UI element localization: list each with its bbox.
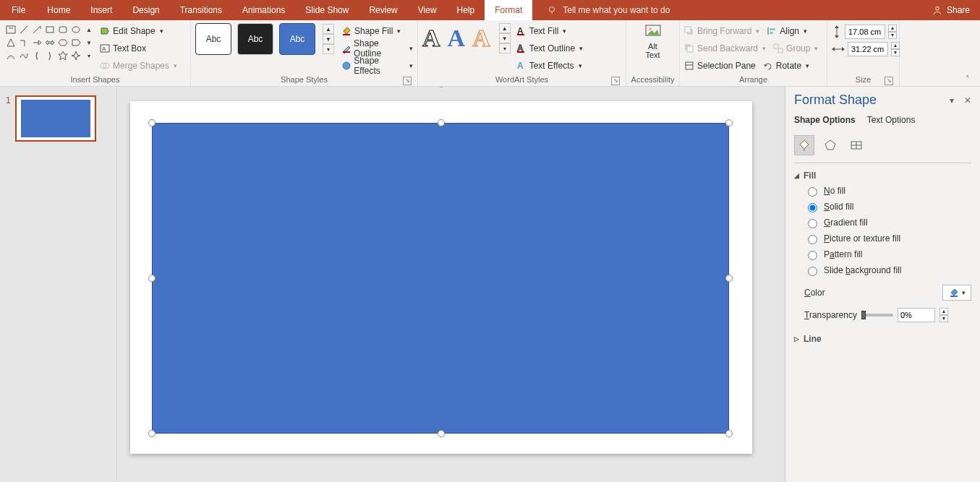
width-up-icon[interactable]: ▲ bbox=[891, 42, 900, 49]
wordart-launcher[interactable]: ↘ bbox=[611, 77, 620, 85]
handle-sw[interactable] bbox=[148, 430, 155, 437]
share-button[interactable]: Share bbox=[932, 5, 970, 15]
slidebg-fill-radio[interactable]: Slide background fill bbox=[804, 264, 971, 276]
shape-oval-icon[interactable] bbox=[69, 23, 82, 36]
size-launcher[interactable]: ↘ bbox=[885, 77, 893, 85]
slide-thumbnail-1[interactable] bbox=[15, 95, 96, 142]
shape-star-icon[interactable] bbox=[56, 49, 69, 62]
picture-fill-radio[interactable]: Picture or texture fill bbox=[804, 233, 971, 244]
shape-triangle-icon[interactable] bbox=[4, 36, 17, 49]
text-outline-button[interactable]: AText Outline▾ bbox=[516, 40, 583, 56]
no-fill-radio[interactable]: No fill bbox=[804, 185, 971, 197]
shape-lline-icon[interactable] bbox=[30, 23, 43, 36]
tab-design[interactable]: Design bbox=[122, 0, 169, 20]
align-button[interactable]: Align▾ bbox=[767, 23, 807, 39]
style-preset-3[interactable]: Abc bbox=[279, 23, 315, 55]
shape-elbow-icon[interactable] bbox=[17, 36, 30, 49]
shape-more-down-icon[interactable]: ▼ bbox=[82, 36, 95, 49]
shapes-gallery[interactable]: ▲ ▼ { } ▾ bbox=[4, 23, 95, 62]
gallery-more-icon[interactable]: ▾ bbox=[323, 44, 334, 54]
shape-fill-button[interactable]: Shape Fill▾ bbox=[341, 23, 413, 39]
selection-pane-button[interactable]: Selection Pane bbox=[684, 58, 756, 74]
alt-text-button[interactable]: Alt Text bbox=[635, 23, 671, 59]
edit-shape-button[interactable]: Edit Shape▾ bbox=[100, 23, 177, 39]
height-input[interactable] bbox=[845, 25, 885, 39]
pattern-fill-radio[interactable]: Pattern fill bbox=[804, 249, 971, 260]
shape-curve-icon[interactable] bbox=[17, 49, 30, 62]
send-backward-button[interactable]: Send Backward▾ bbox=[684, 40, 766, 56]
bring-forward-button[interactable]: Bring Forward▾ bbox=[684, 23, 759, 39]
wordart-preset-3[interactable]: A bbox=[472, 26, 490, 51]
selected-rectangle[interactable] bbox=[152, 123, 729, 434]
handle-ne[interactable] bbox=[725, 119, 733, 126]
tab-insert[interactable]: Insert bbox=[80, 0, 122, 20]
handle-s[interactable] bbox=[438, 430, 445, 437]
shape-more-up-icon[interactable]: ▲ bbox=[82, 23, 95, 36]
text-fill-button[interactable]: AText Fill▾ bbox=[516, 23, 583, 39]
tab-view[interactable]: View bbox=[408, 0, 447, 20]
group-button[interactable]: Group▾ bbox=[773, 40, 818, 56]
pane-close-icon[interactable]: ✕ bbox=[964, 95, 971, 106]
wa-gallery-up-icon[interactable]: ▲ bbox=[499, 23, 511, 33]
tell-me[interactable]: Tell me what you want to do bbox=[547, 5, 670, 15]
transparency-slider[interactable] bbox=[861, 314, 893, 317]
shape-arrow-icon[interactable] bbox=[30, 36, 43, 49]
shape-outline-button[interactable]: Shape Outline▾ bbox=[341, 40, 413, 56]
shape-arc-icon[interactable] bbox=[4, 49, 17, 62]
shape-pent-icon[interactable] bbox=[69, 36, 82, 49]
transparency-input[interactable] bbox=[898, 308, 935, 322]
height-down-icon[interactable]: ▼ bbox=[888, 32, 897, 39]
gallery-down-icon[interactable]: ▼ bbox=[323, 34, 334, 44]
fill-section-head[interactable]: ◢Fill bbox=[794, 171, 971, 181]
rotate-button[interactable]: Rotate▾ bbox=[763, 58, 809, 74]
text-effects-button[interactable]: AText Effects▾ bbox=[516, 58, 583, 74]
shape-styles-launcher[interactable]: ↘ bbox=[403, 77, 412, 85]
width-input[interactable] bbox=[848, 42, 888, 56]
tab-help[interactable]: Help bbox=[447, 0, 485, 20]
tab-home[interactable]: Home bbox=[37, 0, 80, 20]
gallery-up-icon[interactable]: ▲ bbox=[323, 24, 334, 34]
tab-review[interactable]: Review bbox=[359, 0, 407, 20]
handle-n[interactable] bbox=[438, 119, 445, 126]
style-preset-2[interactable]: Abc bbox=[237, 23, 273, 55]
slide-canvas[interactable] bbox=[117, 87, 785, 482]
shape-lbrace-icon[interactable]: { bbox=[30, 49, 43, 62]
merge-shapes-button[interactable]: Merge Shapes▾ bbox=[100, 58, 177, 74]
fill-line-category-icon[interactable] bbox=[794, 135, 814, 155]
shape-rbrace-icon[interactable]: } bbox=[43, 49, 56, 62]
collapse-ribbon-icon[interactable]: ˄ bbox=[966, 74, 976, 85]
trans-down-icon[interactable]: ▼ bbox=[939, 315, 948, 322]
shape-rect-icon[interactable] bbox=[43, 23, 56, 36]
shape-effects-button[interactable]: Shape Effects▾ bbox=[341, 58, 413, 74]
shape-options-tab[interactable]: Shape Options bbox=[794, 115, 856, 128]
shape-4star-icon[interactable] bbox=[69, 49, 82, 62]
shape-textbox-icon[interactable] bbox=[4, 23, 17, 36]
tab-slideshow[interactable]: Slide Show bbox=[295, 0, 359, 20]
line-section-head[interactable]: ▷Line bbox=[794, 334, 971, 344]
text-box-button[interactable]: AText Box bbox=[100, 40, 177, 56]
fill-color-button[interactable]: ▾ bbox=[942, 285, 971, 301]
tab-animations[interactable]: Animations bbox=[232, 0, 295, 20]
style-preset-1[interactable]: Abc bbox=[195, 23, 231, 55]
tab-file[interactable]: File bbox=[0, 0, 37, 20]
slide[interactable] bbox=[130, 101, 752, 454]
wa-gallery-down-icon[interactable]: ▼ bbox=[499, 33, 511, 43]
wordart-preset-1[interactable]: A bbox=[422, 26, 440, 51]
height-up-icon[interactable]: ▲ bbox=[888, 25, 897, 32]
shape-hex-icon[interactable] bbox=[56, 36, 69, 49]
size-props-category-icon[interactable] bbox=[846, 135, 866, 155]
rotation-handle-icon[interactable] bbox=[435, 87, 447, 88]
shape-more-menu-icon[interactable]: ▾ bbox=[82, 49, 95, 62]
handle-w[interactable] bbox=[148, 275, 155, 282]
tab-transitions[interactable]: Transitions bbox=[170, 0, 232, 20]
trans-up-icon[interactable]: ▲ bbox=[939, 308, 948, 315]
pane-menu-icon[interactable]: ▾ bbox=[950, 95, 954, 106]
solid-fill-radio[interactable]: Solid fill bbox=[804, 201, 971, 212]
shape-roundrect-icon[interactable] bbox=[56, 23, 69, 36]
wordart-preset-2[interactable]: A bbox=[448, 26, 466, 51]
gradient-fill-radio[interactable]: Gradient fill bbox=[804, 217, 971, 228]
slider-thumb[interactable] bbox=[861, 311, 866, 319]
tab-format[interactable]: Format bbox=[485, 0, 532, 20]
wa-gallery-more-icon[interactable]: ▾ bbox=[499, 43, 511, 53]
handle-nw[interactable] bbox=[148, 119, 155, 126]
